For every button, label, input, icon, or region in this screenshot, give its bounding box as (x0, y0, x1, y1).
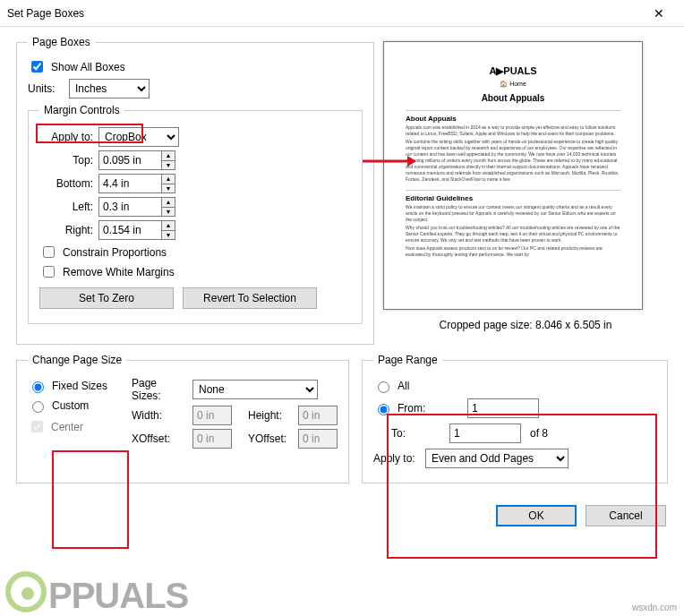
units-select[interactable]: Inches (69, 79, 150, 98)
right-input[interactable] (98, 220, 161, 240)
custom-label: Custom (52, 399, 89, 412)
ok-button[interactable]: OK (496, 505, 577, 526)
preview-home: 🏠 Home (406, 81, 620, 88)
change-page-size-group: Change Page Size Fixed Sizes Custom Cent… (16, 354, 349, 483)
change-page-size-legend: Change Page Size (28, 354, 126, 366)
page-sizes-select[interactable]: None (192, 380, 318, 399)
from-input[interactable] (467, 398, 539, 418)
left-input[interactable] (98, 197, 161, 217)
chevron-down-icon[interactable]: ▼ (162, 161, 175, 170)
apply-to-select[interactable]: CropBox (98, 127, 179, 147)
xoffset-input (192, 429, 232, 449)
center-label: Center (51, 421, 83, 433)
page-sizes-label: Page Sizes: (132, 377, 187, 402)
from-label: From: (398, 402, 439, 415)
preview-body: We maintain a strict policy to ensure ou… (406, 204, 620, 223)
window-title: Set Page Boxes (7, 7, 641, 20)
height-input (298, 406, 338, 425)
logo-icon (5, 571, 47, 612)
chevron-down-icon[interactable]: ▼ (162, 208, 175, 217)
preview-sec1: About Appuals (406, 110, 620, 123)
bottom-label: Bottom: (39, 177, 93, 190)
watermark: PPUALS (0, 562, 684, 616)
show-all-boxes-checkbox[interactable] (31, 61, 43, 73)
preview-logo: A▶PUALS (406, 65, 620, 77)
revert-button[interactable]: Revert To Selection (183, 287, 317, 309)
page-range-legend: Page Range (373, 354, 442, 366)
preview-body: Appuals.com was established in 2014 as a… (406, 124, 620, 137)
chevron-up-icon[interactable]: ▲ (162, 175, 175, 184)
site-credit: wsxdn.com (632, 603, 677, 612)
bottom-spinner[interactable]: ▲▼ (98, 174, 175, 193)
top-input[interactable] (98, 150, 161, 170)
margin-controls-group: Margin Controls Apply to: CropBox Top: ▲… (28, 104, 363, 324)
left-label: Left: (39, 201, 93, 213)
top-spinner[interactable]: ▲▼ (98, 150, 175, 170)
yoffset-input (298, 429, 338, 449)
margin-controls-legend: Margin Controls (39, 104, 124, 116)
range-apply-to-label: Apply to: (373, 452, 425, 465)
preview-body: We combine the writing skills together w… (406, 139, 620, 183)
show-all-boxes-label: Show All Boxes (51, 61, 125, 73)
all-radio[interactable] (378, 381, 389, 393)
cropped-size-label: Cropped page size: 8.046 x 6.505 in (383, 319, 668, 331)
xoffset-label: XOffset: (132, 432, 187, 445)
page-range-group: Page Range All From: To: of 8 Apply to: … (362, 354, 668, 483)
height-label: Height: (248, 409, 293, 422)
chevron-up-icon[interactable]: ▲ (162, 221, 175, 231)
chevron-up-icon[interactable]: ▲ (162, 151, 175, 161)
left-spinner[interactable]: ▲▼ (98, 197, 175, 217)
page-boxes-legend: Page Boxes (28, 36, 95, 48)
cancel-button[interactable]: Cancel (586, 505, 666, 526)
bottom-input[interactable] (98, 174, 161, 193)
constrain-label: Constrain Proportions (63, 246, 167, 259)
custom-radio[interactable] (32, 401, 44, 413)
to-input[interactable] (449, 424, 521, 443)
range-apply-to-select[interactable]: Even and Odd Pages (425, 449, 569, 468)
page-boxes-group: Page Boxes Show All Boxes Units: Inches … (16, 36, 374, 345)
chevron-down-icon[interactable]: ▼ (162, 184, 175, 193)
right-spinner[interactable]: ▲▼ (98, 220, 175, 240)
right-label: Right: (39, 224, 93, 236)
set-to-zero-button[interactable]: Set To Zero (39, 287, 174, 309)
preview-title: About Appuals (406, 93, 620, 103)
of-pages-label: of 8 (530, 427, 548, 440)
constrain-checkbox[interactable] (43, 246, 55, 258)
remove-white-label: Remove White Margins (63, 266, 175, 278)
close-icon[interactable]: ✕ (641, 6, 677, 21)
to-label: To: (391, 427, 449, 440)
preview-sec2: Editorial Guidelines (406, 190, 620, 202)
fixed-sizes-label: Fixed Sizes (52, 380, 107, 392)
yoffset-label: YOffset: (248, 432, 293, 445)
fixed-sizes-radio[interactable] (32, 381, 44, 393)
width-input (192, 406, 232, 425)
top-label: Top: (39, 154, 93, 167)
remove-white-checkbox[interactable] (43, 266, 55, 278)
page-preview: A▶PUALS 🏠 Home About Appuals About Appua… (383, 41, 643, 310)
chevron-up-icon[interactable]: ▲ (162, 198, 175, 208)
width-label: Width: (132, 409, 187, 422)
preview-body: Why should you trust our troubleshooting… (406, 225, 620, 244)
apply-to-label: Apply to: (39, 131, 93, 143)
center-checkbox (31, 421, 43, 432)
from-radio[interactable] (378, 404, 389, 415)
titlebar: Set Page Boxes ✕ (0, 0, 684, 27)
all-label: All (398, 380, 409, 392)
chevron-down-icon[interactable]: ▼ (162, 231, 175, 240)
units-label: Units: (28, 82, 64, 95)
preview-body: How does Appuals assess products sent to… (406, 245, 620, 258)
watermark-text: PPUALS (48, 576, 188, 616)
